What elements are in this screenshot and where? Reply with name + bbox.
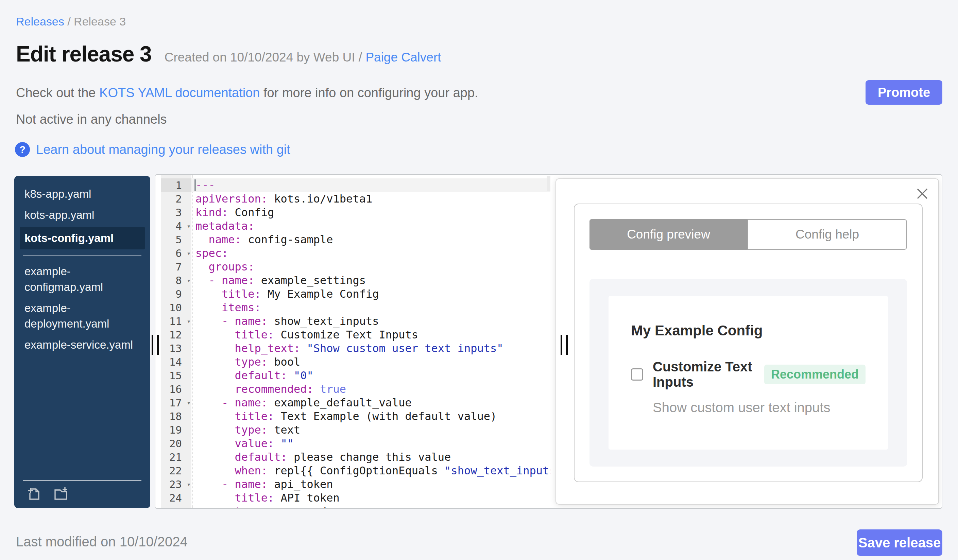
gutter-line-number: 5 <box>161 233 191 246</box>
code-line[interactable]: groups: <box>191 260 550 274</box>
tab-config-help[interactable]: Config help <box>747 219 907 250</box>
code-token: - name: <box>195 315 268 327</box>
sidebar-file-item[interactable]: example-configmap.yaml <box>14 261 145 298</box>
code-line[interactable]: title: My Example Config <box>191 287 550 301</box>
code-line[interactable]: - name: example_default_value <box>191 396 550 410</box>
file-list-divider <box>23 255 141 256</box>
fold-arrow-icon[interactable]: ▾ <box>187 314 191 328</box>
sidebar-file-item[interactable]: kots-config.yaml <box>20 227 145 250</box>
code-line[interactable]: title: Text Example (with default value) <box>191 410 550 423</box>
docs-post: for more info on configuring your app. <box>260 85 478 100</box>
sidebar-file-item[interactable]: k8s-app.yaml <box>14 184 145 204</box>
new-file-icon[interactable] <box>25 485 43 503</box>
code-token: apiVersion: <box>195 192 268 205</box>
code-token <box>274 437 281 450</box>
code-line[interactable]: - name: show_text_inputs <box>191 314 550 328</box>
fold-arrow-icon[interactable]: ▾ <box>187 219 191 233</box>
gutter-line-number: 4▾ <box>161 219 191 233</box>
gutter-line-number: 19 <box>161 423 191 437</box>
code-token <box>313 383 320 395</box>
gutter-line-number: 13 <box>161 342 191 355</box>
breadcrumb-current: Release 3 <box>74 15 126 28</box>
created-author-link[interactable]: Paige Calvert <box>365 50 441 64</box>
code-line[interactable]: default: "0" <box>191 369 550 382</box>
code-token: Customize Text Inputs <box>274 328 418 341</box>
code-line[interactable]: title: Customize Text Inputs <box>191 328 550 342</box>
code-token: title: <box>195 288 261 301</box>
save-release-button[interactable]: Save release <box>857 530 942 556</box>
git-help-line: ? Learn about managing your releases wit… <box>15 142 290 157</box>
fold-arrow-icon[interactable]: ▾ <box>187 396 191 410</box>
file-list-bottom: example-configmap.yamlexample-deployment… <box>14 261 150 356</box>
code-token: bool <box>268 356 300 369</box>
sidebar-actions <box>25 485 71 503</box>
fold-arrow-icon[interactable]: ▾ <box>187 478 191 491</box>
code-line[interactable]: kind: Config <box>191 206 550 219</box>
code-line[interactable]: name: config-sample <box>191 233 550 246</box>
code-line[interactable]: type: bool <box>191 355 550 369</box>
editor-code[interactable]: ---apiVersion: kots.io/v1beta1kind: Conf… <box>191 175 550 508</box>
code-token: - name: <box>195 478 268 491</box>
code-token: example_settings <box>254 274 366 287</box>
help-question-icon[interactable]: ? <box>15 142 30 157</box>
sidebar-file-item[interactable]: example-service.yaml <box>14 334 145 356</box>
editor-gutter: 1234▾56▾78▾91011▾121314151617▾1819202122… <box>161 175 191 508</box>
page-title: Edit release 3 <box>16 41 152 66</box>
editor-scrollbar-thumb[interactable] <box>547 176 550 191</box>
close-icon[interactable] <box>915 187 929 201</box>
tab-gap <box>590 250 907 279</box>
code-token: - name: <box>195 274 254 287</box>
gutter-line-number: 16 <box>161 382 191 396</box>
yaml-editor[interactable]: 1234▾56▾78▾91011▾121314151617▾1819202122… <box>161 175 550 508</box>
tab-config-preview[interactable]: Config preview <box>590 219 747 250</box>
code-token: recommended: <box>195 383 313 395</box>
sidebar-editor-resize-handle[interactable] <box>152 335 164 355</box>
config-preview-inner: Config previewConfig help My Example Con… <box>574 204 923 482</box>
gutter-line-number: 15 <box>161 369 191 382</box>
last-modified-text: Last modified on 10/10/2024 <box>16 534 188 549</box>
gutter-line-number: 21 <box>161 450 191 464</box>
git-releases-link[interactable]: Learn about managing your releases with … <box>36 142 290 157</box>
config-item-label: Customize Text Inputs <box>653 359 756 390</box>
gutter-line-number: 3 <box>161 206 191 219</box>
editor-preview-resize-handle[interactable] <box>561 335 573 355</box>
code-line[interactable]: default: please change this value <box>191 450 550 464</box>
code-line[interactable]: when: repl{{ ConfigOptionEquals "show_te… <box>191 464 550 478</box>
code-token: help_text: <box>195 342 300 355</box>
breadcrumb-releases-link[interactable]: Releases <box>16 15 64 28</box>
code-token: My Example Config <box>261 288 379 301</box>
code-line[interactable]: spec: <box>191 246 550 260</box>
new-folder-icon[interactable] <box>52 485 71 503</box>
gutter-line-number: 2 <box>161 192 191 206</box>
gutter-line-number: 20 <box>161 437 191 450</box>
code-line[interactable]: - name: example_settings <box>191 274 550 287</box>
breadcrumb: Releases / Release 3 <box>16 15 126 28</box>
promote-button[interactable]: Promote <box>866 80 942 104</box>
gutter-line-number: 8▾ <box>161 274 191 287</box>
code-token: when: <box>195 464 268 477</box>
breadcrumb-separator: / <box>64 15 74 28</box>
gutter-line-number: 11▾ <box>161 314 191 328</box>
fold-arrow-icon[interactable]: ▾ <box>187 246 191 260</box>
sidebar-file-item[interactable]: example-deployment.yaml <box>14 298 145 334</box>
sidebar-file-item[interactable]: kots-app.yaml <box>14 204 145 226</box>
gutter-line-number: 1 <box>161 179 191 192</box>
code-line[interactable]: value: "" <box>191 437 550 450</box>
code-token: --- <box>195 179 215 191</box>
code-line[interactable]: - name: api_token <box>191 478 550 491</box>
code-line[interactable]: metadata: <box>191 219 550 233</box>
code-line[interactable]: apiVersion: kots.io/v1beta1 <box>191 192 550 206</box>
code-line[interactable]: help_text: "Show custom user text inputs… <box>191 342 550 355</box>
code-token: kind: <box>195 206 228 219</box>
code-line[interactable]: items: <box>191 301 550 314</box>
code-token: title: <box>195 410 274 423</box>
code-line[interactable]: type: password <box>191 505 550 508</box>
fold-arrow-icon[interactable]: ▾ <box>187 274 191 287</box>
code-line[interactable]: --- <box>191 179 550 192</box>
code-line[interactable]: title: API token <box>191 491 550 505</box>
kots-yaml-docs-link[interactable]: KOTS YAML documentation <box>99 85 260 100</box>
customize-text-inputs-checkbox[interactable] <box>631 369 643 381</box>
code-line[interactable]: recommended: true <box>191 382 550 396</box>
code-line[interactable]: type: text <box>191 423 550 437</box>
code-token: kots.io/v1beta1 <box>268 192 372 205</box>
